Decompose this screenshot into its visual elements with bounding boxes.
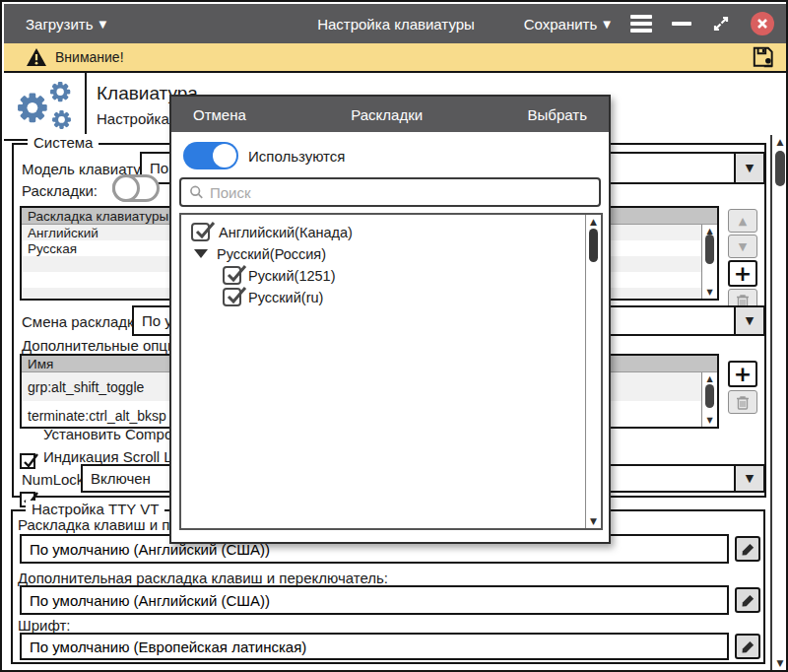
gears-icon bbox=[10, 78, 79, 135]
layouts-tree[interactable]: Английский(Канада) Русский(Россия) Руски… bbox=[179, 213, 603, 530]
layouts-toggle[interactable] bbox=[112, 174, 160, 202]
options-table-scrollbar[interactable]: ▲ ▼ bbox=[701, 372, 717, 427]
scroll-down-icon[interactable]: ▼ bbox=[586, 516, 601, 526]
chevron-down-icon[interactable]: ▼ bbox=[734, 466, 763, 491]
pencil-icon bbox=[741, 593, 755, 608]
tty-extra-layout-field[interactable] bbox=[20, 585, 729, 615]
move-up-button[interactable]: ▲ bbox=[728, 209, 757, 233]
scrollbar-thumb[interactable] bbox=[775, 151, 785, 186]
numlock-label: NumLock: bbox=[22, 471, 89, 488]
scrollbar-thumb[interactable] bbox=[705, 384, 714, 408]
add-option-button[interactable]: + bbox=[728, 361, 757, 387]
tty-legend: Настройка TTY VT bbox=[26, 501, 164, 517]
add-layout-button[interactable]: + bbox=[728, 260, 757, 287]
pencil-icon bbox=[741, 639, 755, 654]
check-icon bbox=[22, 451, 39, 469]
layouts-label: Раскладки: bbox=[22, 182, 98, 199]
tty-extra-layout-input[interactable] bbox=[22, 592, 727, 609]
tree-item-label[interactable]: Русский(Россия) bbox=[217, 246, 326, 262]
trash-icon bbox=[736, 395, 750, 410]
warning-bar: Внимание! bbox=[4, 43, 788, 73]
scroll-up-icon[interactable]: ▲ bbox=[586, 217, 601, 227]
chevron-down-icon[interactable]: ▼ bbox=[734, 154, 763, 182]
layout-switch-label: Смена раскладки: bbox=[22, 313, 146, 330]
tree-item-label[interactable]: Руский(1251) bbox=[248, 268, 335, 284]
layouts-dialog: Отмена Раскладки Выбрать Используются Ан… bbox=[169, 95, 611, 544]
expander-icon[interactable] bbox=[194, 249, 208, 258]
save-menu-button[interactable]: Сохранить ▼ bbox=[524, 16, 611, 33]
tree-checkbox[interactable] bbox=[223, 288, 241, 306]
compose-label: Установить Compose bbox=[43, 426, 188, 442]
tty-font-label: Шрифт: bbox=[18, 617, 71, 634]
scroll-down-icon[interactable]: ▼ bbox=[702, 416, 717, 425]
cancel-button[interactable]: Отмена bbox=[193, 106, 246, 123]
tree-item-label[interactable]: Английский(Канада) bbox=[219, 225, 353, 240]
titlebar: Загрузить ▼ Настройка клавиатуры Сохрани… bbox=[4, 4, 788, 43]
chevron-down-icon[interactable]: ▼ bbox=[734, 307, 763, 334]
pencil-icon bbox=[741, 542, 755, 557]
tty-font-input[interactable] bbox=[22, 638, 727, 655]
scrollbar-thumb[interactable] bbox=[589, 229, 598, 262]
dialog-header: Отмена Раскладки Выбрать bbox=[171, 97, 609, 132]
chevron-down-icon: ▼ bbox=[603, 19, 611, 30]
extra-options-label: Дополнительные опции: bbox=[22, 337, 188, 354]
warning-text: Внимание! bbox=[55, 49, 124, 65]
search-box[interactable] bbox=[179, 177, 601, 207]
scroll-up-icon[interactable]: ▲ bbox=[702, 374, 717, 383]
tty-extra-layout-edit-button[interactable] bbox=[735, 587, 760, 613]
save-file-icon[interactable] bbox=[751, 44, 776, 70]
scroll-up-icon[interactable]: ▲ bbox=[772, 137, 788, 147]
warning-icon bbox=[26, 47, 47, 67]
tty-font-edit-button[interactable] bbox=[735, 634, 760, 659]
main-scrollbar[interactable]: ▲ ▼ bbox=[770, 135, 788, 670]
select-button[interactable]: Выбрать bbox=[528, 106, 587, 123]
delete-option-button[interactable] bbox=[728, 390, 757, 414]
check-icon bbox=[225, 285, 246, 306]
used-toggle[interactable] bbox=[183, 142, 238, 169]
move-down-button[interactable]: ▼ bbox=[728, 235, 757, 258]
close-icon[interactable] bbox=[751, 12, 774, 35]
used-toggle-label: Используются bbox=[248, 148, 345, 165]
scroll-down-icon[interactable]: ▼ bbox=[702, 288, 717, 297]
search-input[interactable] bbox=[210, 184, 599, 201]
tty-extra-layout-label: Дополнительная раскладка клавиш и перекл… bbox=[18, 570, 388, 586]
app-window: Загрузить ▼ Настройка клавиатуры Сохрани… bbox=[0, 0, 788, 672]
scrollbar-thumb[interactable] bbox=[705, 235, 714, 264]
tty-font-field[interactable] bbox=[20, 633, 729, 660]
tree-checkbox[interactable] bbox=[191, 223, 210, 241]
save-menu-label: Сохранить bbox=[524, 16, 598, 33]
tree-scrollbar[interactable]: ▲ ▼ bbox=[585, 215, 601, 528]
check-icon bbox=[193, 220, 215, 241]
expand-icon[interactable] bbox=[711, 14, 731, 34]
compose-checkbox[interactable] bbox=[20, 453, 35, 469]
system-legend: Система bbox=[28, 134, 98, 151]
layout-table-scrollbar[interactable]: ▲ ▼ bbox=[701, 225, 717, 299]
check-icon bbox=[225, 263, 246, 285]
tree-item-label[interactable]: Русский(ru) bbox=[248, 290, 323, 305]
search-icon bbox=[189, 184, 204, 200]
scroll-down-icon[interactable]: ▼ bbox=[772, 658, 788, 668]
menu-icon[interactable] bbox=[630, 15, 652, 33]
minimize-icon[interactable] bbox=[672, 22, 691, 26]
dialog-title: Раскладки bbox=[351, 106, 423, 123]
app-icon-box bbox=[4, 73, 87, 141]
tty-layout-edit-button[interactable] bbox=[735, 536, 760, 562]
tree-checkbox[interactable] bbox=[223, 266, 241, 285]
